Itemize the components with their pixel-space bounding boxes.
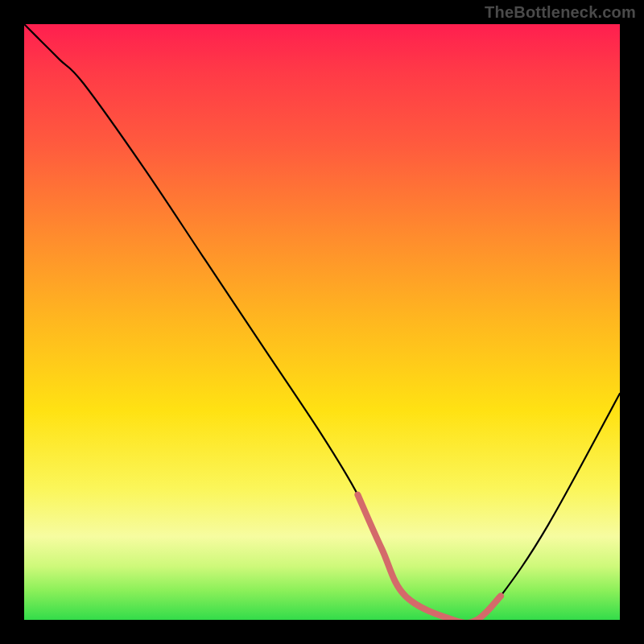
- chart-frame: TheBottleneck.com: [0, 0, 644, 644]
- chart-overlay: [24, 24, 620, 620]
- highlight-segment: [357, 495, 501, 620]
- watermark-text: TheBottleneck.com: [485, 3, 636, 22]
- plot-area: [24, 24, 620, 620]
- curve-line: [24, 24, 620, 620]
